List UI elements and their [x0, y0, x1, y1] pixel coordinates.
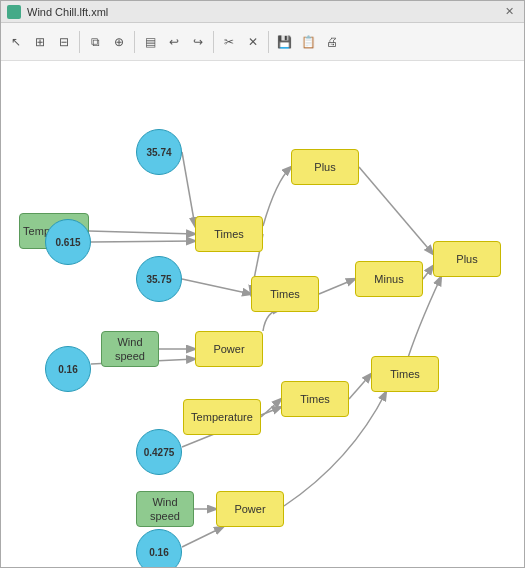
separator-1 — [79, 31, 80, 53]
times-node-2[interactable]: Times — [251, 276, 319, 312]
delete-button[interactable]: ✕ — [242, 31, 264, 53]
expand-button[interactable]: ⊞ — [29, 31, 51, 53]
value-35-74[interactable]: 35.74 — [136, 129, 182, 175]
wind-speed-node-2[interactable]: Wind speed — [136, 491, 194, 527]
zoom-button[interactable]: ⊕ — [108, 31, 130, 53]
power-node-1[interactable]: Power — [195, 331, 263, 367]
separator-4 — [268, 31, 269, 53]
titlebar: Wind Chill.lft.xml ✕ — [1, 1, 524, 23]
app-icon — [7, 5, 21, 19]
save-button[interactable]: 💾 — [273, 31, 295, 53]
temperature-node-yellow[interactable]: Temperature — [183, 399, 261, 435]
close-button[interactable]: ✕ — [501, 5, 518, 18]
minus-node[interactable]: Minus — [355, 261, 423, 297]
times-node-3[interactable]: Times — [281, 381, 349, 417]
saveas-button[interactable]: 📋 — [297, 31, 319, 53]
times-node-1[interactable]: Times — [195, 216, 263, 252]
separator-2 — [134, 31, 135, 53]
fit-button[interactable]: ⧉ — [84, 31, 106, 53]
select-tool-button[interactable]: ↖ — [5, 31, 27, 53]
value-0-16-1[interactable]: 0.16 — [45, 346, 91, 392]
cut-button[interactable]: ✂ — [218, 31, 240, 53]
value-0-4275[interactable]: 0.4275 — [136, 429, 182, 475]
separator-3 — [213, 31, 214, 53]
collapse-button[interactable]: ⊟ — [53, 31, 75, 53]
plus-node-1[interactable]: Plus — [291, 149, 359, 185]
main-window: Wind Chill.lft.xml ✕ ↖ ⊞ ⊟ ⧉ ⊕ ▤ ↩ ↪ ✂ ✕… — [0, 0, 525, 568]
redo-button[interactable]: ↪ — [187, 31, 209, 53]
print-button[interactable]: 🖨 — [321, 31, 343, 53]
wind-speed-node-1[interactable]: Wind speed — [101, 331, 159, 367]
value-0-16-2[interactable]: 0.16 — [136, 529, 182, 567]
canvas: Temperature Wind speed Wind speed Times … — [1, 61, 524, 567]
undo-button[interactable]: ↩ — [163, 31, 185, 53]
power-node-2[interactable]: Power — [216, 491, 284, 527]
window-title: Wind Chill.lft.xml — [27, 6, 495, 18]
value-35-75[interactable]: 35.75 — [136, 256, 182, 302]
times-node-4[interactable]: Times — [371, 356, 439, 392]
layout-button[interactable]: ▤ — [139, 31, 161, 53]
plus-node-2[interactable]: Plus — [433, 241, 501, 277]
toolbar: ↖ ⊞ ⊟ ⧉ ⊕ ▤ ↩ ↪ ✂ ✕ 💾 📋 🖨 — [1, 23, 524, 61]
value-0-615[interactable]: 0.615 — [45, 219, 91, 265]
